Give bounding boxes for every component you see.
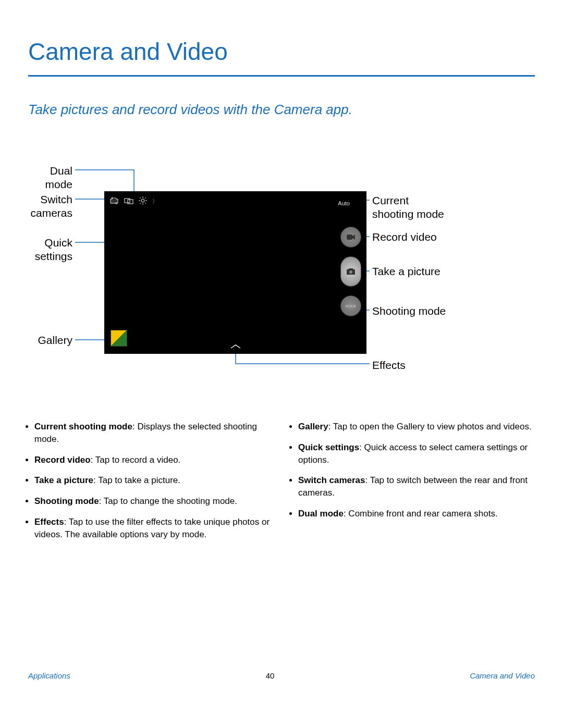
bullet-columns: Current shooting mode: Displays the sele…: [23, 421, 540, 549]
bullet-term: Gallery: [298, 422, 328, 431]
svg-line-8: [145, 203, 146, 204]
bullet-term: Shooting mode: [34, 496, 99, 506]
list-item: Record video: Tap to record a video.: [34, 454, 276, 466]
gear-icon[interactable]: [139, 196, 147, 206]
footer-right: Camera and Video: [470, 671, 535, 680]
list-item: Dual mode: Combine front and rear camera…: [298, 508, 540, 520]
take-picture-button[interactable]: [340, 256, 361, 287]
svg-point-12: [349, 270, 352, 274]
svg-rect-0: [125, 199, 130, 203]
bullet-term: Switch cameras: [298, 475, 365, 485]
effects-chevron-icon[interactable]: [230, 342, 241, 351]
svg-rect-11: [347, 235, 352, 240]
camera-screenshot: 〉 Auto MODE: [104, 191, 366, 354]
svg-line-10: [145, 198, 146, 199]
svg-rect-1: [128, 200, 133, 204]
current-shooting-mode-text: Auto: [338, 200, 350, 206]
chevron-right-icon[interactable]: 〉: [152, 198, 158, 205]
svg-line-9: [140, 203, 141, 204]
list-item: Quick settings: Quick access to select c…: [298, 441, 540, 466]
page-title: Camera and Video: [28, 38, 228, 66]
bullet-term: Quick settings: [298, 442, 359, 452]
title-divider: [28, 75, 535, 77]
bullet-term: Effects: [34, 517, 64, 527]
svg-point-2: [141, 199, 144, 202]
switch-camera-icon[interactable]: [109, 197, 119, 206]
bullet-term: Record video: [34, 455, 91, 465]
bullet-column-right: Gallery: Tap to open the Gallery to view…: [287, 421, 540, 549]
page-number: 40: [266, 671, 275, 680]
list-item: Shooting mode: Tap to change the shootin…: [34, 495, 276, 508]
svg-line-7: [140, 198, 141, 199]
video-camera-icon: [346, 234, 356, 240]
camera-diagram: Dual mode Switch cameras Quick settings …: [28, 151, 535, 386]
list-item: Effects: Tap to use the filter effects t…: [34, 516, 276, 541]
bullet-term: Current shooting mode: [34, 422, 132, 431]
page-subtitle: Take pictures and record videos with the…: [28, 102, 352, 118]
list-item: Switch cameras: Tap to switch between th…: [298, 474, 540, 499]
bullet-term: Dual mode: [298, 509, 344, 519]
dual-mode-icon[interactable]: [124, 197, 133, 206]
record-video-button[interactable]: [340, 227, 361, 248]
list-item: Take a picture: Tap to take a picture.: [34, 474, 276, 487]
bullet-term: Take a picture: [34, 475, 93, 485]
list-item: Current shooting mode: Displays the sele…: [34, 421, 276, 446]
mode-button-label: MODE: [346, 304, 357, 308]
shooting-mode-button[interactable]: MODE: [340, 295, 361, 316]
top-icon-row: 〉: [109, 196, 158, 206]
bullet-column-left: Current shooting mode: Displays the sele…: [23, 421, 276, 549]
camera-icon: [346, 267, 356, 276]
gallery-thumbnail[interactable]: [111, 330, 127, 347]
footer-left: Applications: [28, 671, 70, 680]
list-item: Gallery: Tap to open the Gallery to view…: [298, 421, 540, 433]
page-footer: Applications 40 Camera and Video: [28, 671, 535, 680]
